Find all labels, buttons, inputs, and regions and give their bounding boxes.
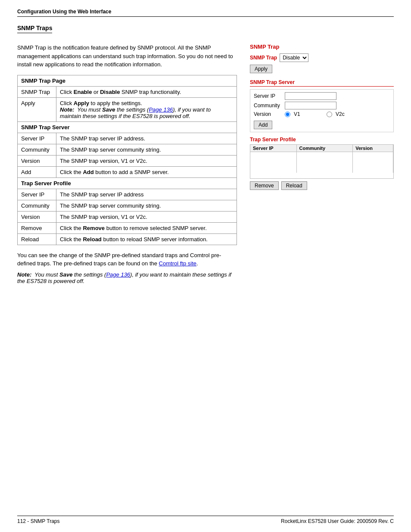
row-desc: The SNMP trap server community string. — [56, 144, 237, 155]
row-label: Community — [18, 144, 56, 155]
intro-paragraph: SNMP Trap is the notification feature de… — [17, 44, 237, 69]
footer-left: 112 - SNMP Traps — [17, 518, 59, 524]
table-row: Community The SNMP trap server community… — [18, 144, 237, 155]
row-label: Reload — [18, 233, 56, 245]
remove-reload-row: Remove Reload — [250, 181, 394, 190]
right-column: SNMP Trap SNMP Trap Disable Enable Apply… — [250, 44, 394, 190]
page-header: Configuration Using the Web Interface — [17, 9, 394, 17]
add-button[interactable]: Add — [254, 121, 272, 129]
version-row: Version V1 V2c — [254, 111, 390, 117]
profile-col-server-ip: Server IP — [250, 145, 296, 152]
row-label: Server IP — [18, 133, 56, 144]
server-form: Server IP Community Version V1 V2c — [250, 89, 394, 132]
snmp-trap-server-header: SNMP Trap Server — [18, 121, 237, 133]
footer-note: Note: You must Save the settings (Page 1… — [17, 271, 237, 284]
community-row: Community — [254, 102, 390, 109]
row-label: Community — [18, 200, 56, 211]
row-desc: The SNMP trap server community string. — [56, 200, 237, 211]
left-column: SNMP Trap is the notification feature de… — [17, 44, 237, 284]
page-link[interactable]: Page 136 — [149, 106, 173, 113]
row-label: Version — [18, 155, 56, 166]
v1-radio[interactable] — [285, 112, 290, 117]
v2c-label: V2c — [336, 111, 365, 117]
community-input[interactable] — [285, 102, 336, 109]
version-label: Version — [254, 111, 283, 117]
row-label: Remove — [18, 222, 56, 233]
right-panel-title: SNMP Trap — [250, 44, 394, 50]
row-desc: The SNMP trap server IP address — [56, 189, 237, 200]
table-row: Apply Click Apply to apply the settings.… — [18, 97, 237, 121]
table-row: Server IP The SNMP trap server IP addres… — [18, 133, 237, 144]
row-desc: Click the Reload button to reload SNMP s… — [56, 233, 237, 245]
reload-button[interactable]: Reload — [281, 181, 307, 190]
main-table: SNMP Trap Page SNMP Trap Click Enable or… — [17, 75, 237, 245]
trap-server-profile-header: Trap Server Profile — [18, 177, 237, 189]
table-row: Reload Click the Reload button to reload… — [18, 233, 237, 245]
v2c-radio[interactable] — [327, 112, 332, 117]
table-row: Server IP The SNMP trap server IP addres… — [18, 189, 237, 200]
snmp-trap-field-label: SNMP Trap — [250, 55, 277, 61]
row-desc: Click the Remove button to remove select… — [56, 222, 237, 233]
header-title: Configuration Using the Web Interface — [17, 9, 111, 15]
apply-button[interactable]: Apply — [250, 65, 272, 73]
page-link-2[interactable]: Page 136 — [106, 271, 130, 278]
row-desc: The SNMP trap version, V1 or V2c. — [56, 211, 237, 222]
row-desc: Click Apply to apply the settings. Note:… — [56, 97, 237, 121]
table-row: Remove Click the Remove button to remove… — [18, 222, 237, 233]
page-footer: 112 - SNMP Traps RocketLinx ES7528 User … — [17, 516, 394, 524]
footer-paragraph: You can see the change of the SNMP pre-d… — [17, 251, 237, 268]
comtrol-ftp-link[interactable]: Comtrol ftp site — [159, 260, 196, 267]
row-label: Version — [18, 211, 56, 222]
profile-col-community: Community — [296, 145, 353, 152]
v1-label: V1 — [294, 111, 323, 117]
table-row: Add Click the Add button to add a SNMP s… — [18, 166, 237, 177]
profile-table-wrapper[interactable]: Server IP Community Version — [250, 144, 394, 179]
table-row: Community The SNMP trap server community… — [18, 200, 237, 211]
trap-profile-title: Trap Server Profile — [250, 137, 394, 143]
profile-table: Server IP Community Version — [250, 145, 393, 173]
server-section-title: SNMP Trap Server — [250, 79, 394, 87]
row-label: Apply — [18, 97, 56, 121]
version-radio-group: V1 V2c — [285, 111, 365, 117]
profile-col-version: Version — [353, 145, 393, 152]
row-desc: The SNMP trap server IP address. — [56, 133, 237, 144]
row-desc: The SNMP trap version, V1 or V2c. — [56, 155, 237, 166]
table-row — [250, 152, 393, 159]
row-desc: Click Enable or Disable SNMP trap functi… — [56, 86, 237, 97]
footer-right: RocketLinx ES7528 User Guide: 2000509 Re… — [281, 518, 394, 524]
server-ip-label: Server IP — [254, 93, 283, 99]
table-row — [250, 159, 393, 166]
row-label: Add — [18, 166, 56, 177]
remove-button[interactable]: Remove — [250, 181, 279, 190]
snmp-trap-select[interactable]: Disable Enable — [280, 53, 308, 62]
row-label: Server IP — [18, 189, 56, 200]
snmp-trap-page-header: SNMP Trap Page — [18, 75, 237, 86]
community-label: Community — [254, 103, 283, 109]
snmp-trap-row: SNMP Trap Disable Enable — [250, 53, 394, 62]
row-label: SNMP Trap — [18, 86, 56, 97]
server-ip-input[interactable] — [285, 92, 336, 100]
server-ip-row: Server IP — [254, 92, 390, 100]
table-row: Version The SNMP trap version, V1 or V2c… — [18, 211, 237, 222]
table-row: SNMP Trap Click Enable or Disable SNMP t… — [18, 86, 237, 97]
row-desc: Click the Add button to add a SNMP serve… — [56, 166, 237, 177]
table-row: Version The SNMP trap version, V1 or V2c… — [18, 155, 237, 166]
section-title: SNMP Traps — [17, 25, 52, 33]
table-row — [250, 166, 393, 173]
trap-profile-section: Trap Server Profile Server IP Community … — [250, 137, 394, 190]
